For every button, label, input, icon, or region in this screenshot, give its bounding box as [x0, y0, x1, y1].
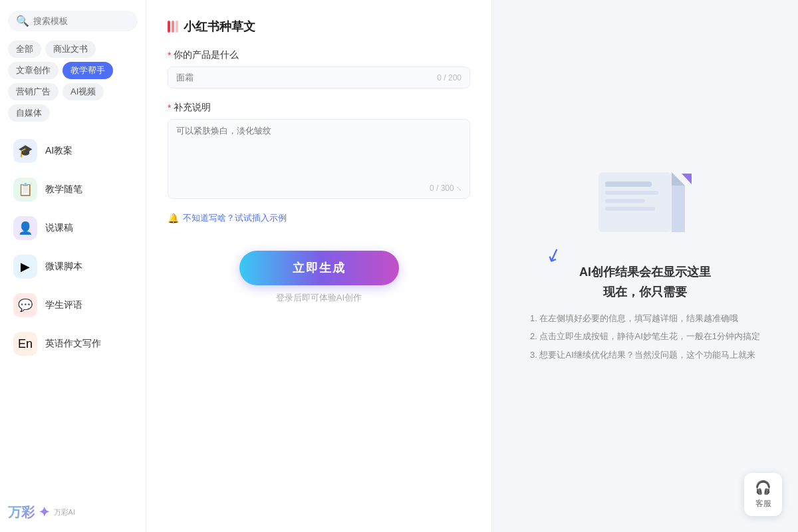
- hint-bell-icon: 🔔: [168, 213, 179, 223]
- headset-icon: 🎧: [755, 479, 771, 495]
- login-hint: 登录后即可体验AI创作: [276, 292, 362, 304]
- content-area: 小红书种草文 * 你的产品是什么 0 / 200 * 补充说明: [146, 0, 798, 532]
- ai-lesson-label: AI教案: [45, 145, 72, 157]
- title-icon: [168, 21, 178, 33]
- svg-marker-7: [682, 174, 692, 184]
- sidebar-tag-营销广告[interactable]: 营销广告: [8, 83, 59, 100]
- sidebar-tag-自媒体[interactable]: 自媒体: [8, 104, 50, 122]
- student-comment-label: 学生评语: [45, 299, 82, 311]
- result-illustration: [585, 166, 705, 248]
- customer-service-label: 客服: [755, 498, 771, 509]
- field2-label: * 补充说明: [168, 102, 470, 114]
- sidebar: 🔍 全部商业文书文章创作教学帮手营销广告AI视频自媒体 🎓AI教案📋教学随笔👤说…: [0, 0, 146, 532]
- teaching-notes-icon: 📋: [13, 178, 37, 201]
- bar3: [176, 21, 178, 33]
- generate-button[interactable]: 立即生成: [239, 251, 399, 285]
- doc-svg: [585, 166, 705, 245]
- field2-textarea-row[interactable]: 0 / 300 ⤡: [168, 119, 470, 199]
- customer-service-button[interactable]: 🎧 客服: [744, 473, 782, 516]
- step-item: 2. 点击立即生成按钮，静待AI妙笔生花，一般在1分钟内搞定: [530, 330, 760, 343]
- sidebar-item-lecture-draft[interactable]: 👤说课稿: [8, 209, 138, 247]
- sidebar-item-micro-script[interactable]: ▶微课脚本: [8, 248, 138, 285]
- required-star-1: *: [168, 50, 171, 61]
- field1-group: * 你的产品是什么 0 / 200: [168, 49, 470, 88]
- field2-textarea[interactable]: [176, 125, 462, 178]
- sidebar-tag-AI视频[interactable]: AI视频: [63, 83, 104, 100]
- micro-script-icon: ▶: [13, 255, 37, 279]
- svg-rect-6: [672, 186, 685, 232]
- hint-row: 🔔 不知道写啥？试试插入示例: [168, 212, 470, 224]
- field1-input-row[interactable]: 0 / 200: [168, 66, 470, 88]
- tag-group: 全部商业文书文章创作教学帮手营销广告AI视频自媒体: [8, 41, 138, 122]
- result-title-line2: 现在，你只需要: [579, 284, 711, 300]
- required-star-2: *: [168, 102, 171, 113]
- step-item: 3. 想要让AI继续优化结果？当然没问题，这个功能马上就来: [530, 348, 760, 362]
- field1-char-count: 0 / 200: [437, 73, 462, 82]
- ai-lesson-icon: 🎓: [13, 139, 37, 163]
- sidebar-tag-全部[interactable]: 全部: [8, 41, 41, 58]
- form-title: 小红书种草文: [184, 19, 255, 35]
- lecture-draft-label: 说课稿: [45, 222, 73, 234]
- arrow-decoration: ↙: [543, 242, 565, 268]
- bar2: [172, 21, 174, 33]
- english-essay-label: 英语作文写作: [45, 338, 101, 350]
- teaching-notes-label: 教学随笔: [45, 184, 82, 196]
- micro-script-label: 微课脚本: [45, 261, 82, 273]
- logo-text: 万彩 ✦: [8, 503, 50, 521]
- step-item: 1. 在左侧填好必要的信息，填写越详细，结果越准确哦: [530, 312, 760, 325]
- form-title-row: 小红书种草文: [168, 19, 470, 35]
- search-input[interactable]: [33, 16, 130, 26]
- logo-area: 万彩 ✦ 万彩AI: [8, 493, 138, 521]
- search-icon: 🔍: [16, 15, 29, 27]
- lecture-draft-icon: 👤: [13, 216, 37, 240]
- svg-rect-4: [605, 207, 655, 211]
- sidebar-item-student-comment[interactable]: 💬学生评语: [8, 287, 138, 324]
- field2-group: * 补充说明 0 / 300 ⤡: [168, 102, 470, 199]
- resize-handle: ⤡: [456, 185, 462, 192]
- sidebar-item-teaching-notes[interactable]: 📋教学随笔: [8, 171, 138, 208]
- sidebar-tag-教学帮手[interactable]: 教学帮手: [63, 62, 113, 79]
- svg-rect-2: [605, 191, 658, 195]
- svg-rect-1: [605, 182, 652, 187]
- generate-section: 立即生成 登录后即可体验AI创作: [168, 251, 470, 304]
- result-title-container: ↙ AI创作结果会在显示这里 现在，你只需要: [579, 264, 711, 304]
- field2-char-count: 0 / 300 ⤡: [176, 184, 462, 193]
- sidebar-tag-商业文书[interactable]: 商业文书: [45, 41, 96, 58]
- sidebar-item-ai-lesson[interactable]: 🎓AI教案: [8, 132, 138, 170]
- hint-text[interactable]: 不知道写啥？试试插入示例: [183, 212, 287, 224]
- bar1: [168, 21, 170, 33]
- steps-list: 1. 在左侧填好必要的信息，填写越详细，结果越准确哦2. 点击立即生成按钮，静待…: [530, 312, 760, 367]
- sidebar-item-english-essay[interactable]: En英语作文写作: [8, 325, 138, 362]
- student-comment-icon: 💬: [13, 293, 37, 317]
- sidebar-section: 🎓AI教案📋教学随笔👤说课稿▶微课脚本💬学生评语En英语作文写作: [8, 132, 138, 364]
- sidebar-tag-文章创作[interactable]: 文章创作: [8, 62, 59, 79]
- result-title-line1: AI创作结果会在显示这里: [579, 264, 711, 280]
- english-essay-icon: En: [13, 332, 37, 356]
- field1-input[interactable]: [176, 72, 437, 82]
- result-panel: ↙ AI创作结果会在显示这里 现在，你只需要 1. 在左侧填好必要的信息，填写越…: [492, 0, 798, 532]
- search-bar[interactable]: 🔍: [8, 11, 138, 31]
- form-panel: 小红书种草文 * 你的产品是什么 0 / 200 * 补充说明: [146, 0, 492, 532]
- logo-sub: 万彩AI: [54, 507, 75, 517]
- field1-label: * 你的产品是什么: [168, 49, 470, 61]
- main: 小红书种草文 * 你的产品是什么 0 / 200 * 补充说明: [146, 0, 798, 532]
- svg-rect-3: [605, 199, 645, 203]
